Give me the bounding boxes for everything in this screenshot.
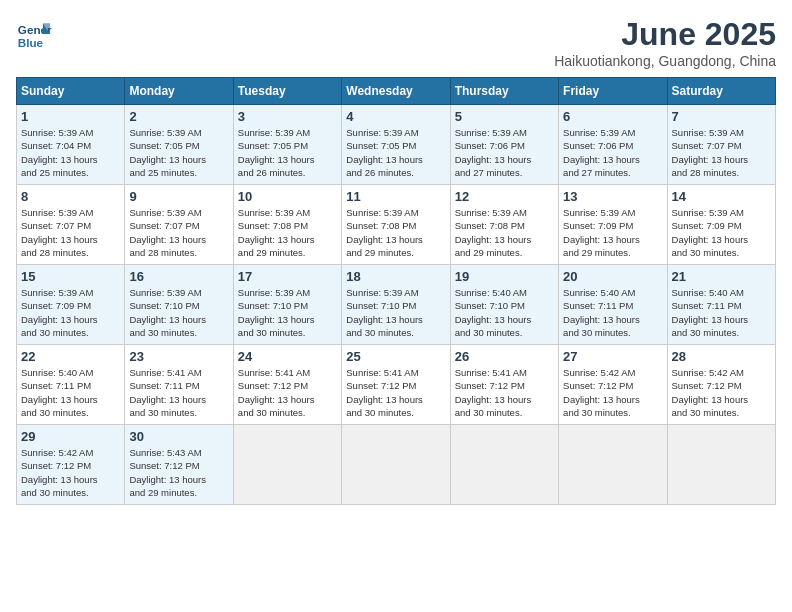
day-info: Sunrise: 5:43 AM Sunset: 7:12 PM Dayligh…: [129, 446, 228, 499]
calendar-week-row: 22Sunrise: 5:40 AM Sunset: 7:11 PM Dayli…: [17, 345, 776, 425]
calendar-cell: 25Sunrise: 5:41 AM Sunset: 7:12 PM Dayli…: [342, 345, 450, 425]
day-info: Sunrise: 5:39 AM Sunset: 7:05 PM Dayligh…: [129, 126, 228, 179]
calendar-cell: 17Sunrise: 5:39 AM Sunset: 7:10 PM Dayli…: [233, 265, 341, 345]
day-info: Sunrise: 5:39 AM Sunset: 7:07 PM Dayligh…: [129, 206, 228, 259]
calendar-cell: 4Sunrise: 5:39 AM Sunset: 7:05 PM Daylig…: [342, 105, 450, 185]
day-number: 30: [129, 429, 228, 444]
day-number: 2: [129, 109, 228, 124]
calendar-cell: [233, 425, 341, 505]
calendar-cell: [450, 425, 558, 505]
header-row: SundayMondayTuesdayWednesdayThursdayFrid…: [17, 78, 776, 105]
calendar-cell: 8Sunrise: 5:39 AM Sunset: 7:07 PM Daylig…: [17, 185, 125, 265]
day-info: Sunrise: 5:40 AM Sunset: 7:11 PM Dayligh…: [21, 366, 120, 419]
calendar-header: SundayMondayTuesdayWednesdayThursdayFrid…: [17, 78, 776, 105]
weekday-header: Saturday: [667, 78, 775, 105]
calendar-cell: 7Sunrise: 5:39 AM Sunset: 7:07 PM Daylig…: [667, 105, 775, 185]
calendar-cell: [667, 425, 775, 505]
calendar-cell: [342, 425, 450, 505]
day-number: 26: [455, 349, 554, 364]
day-info: Sunrise: 5:39 AM Sunset: 7:09 PM Dayligh…: [672, 206, 771, 259]
day-number: 16: [129, 269, 228, 284]
day-number: 15: [21, 269, 120, 284]
svg-text:Blue: Blue: [18, 36, 44, 49]
calendar-cell: 19Sunrise: 5:40 AM Sunset: 7:10 PM Dayli…: [450, 265, 558, 345]
calendar-cell: 11Sunrise: 5:39 AM Sunset: 7:08 PM Dayli…: [342, 185, 450, 265]
day-info: Sunrise: 5:40 AM Sunset: 7:10 PM Dayligh…: [455, 286, 554, 339]
day-number: 18: [346, 269, 445, 284]
day-number: 1: [21, 109, 120, 124]
calendar-cell: 14Sunrise: 5:39 AM Sunset: 7:09 PM Dayli…: [667, 185, 775, 265]
calendar-cell: 2Sunrise: 5:39 AM Sunset: 7:05 PM Daylig…: [125, 105, 233, 185]
weekday-header: Tuesday: [233, 78, 341, 105]
day-number: 13: [563, 189, 662, 204]
calendar-cell: 9Sunrise: 5:39 AM Sunset: 7:07 PM Daylig…: [125, 185, 233, 265]
calendar-cell: 6Sunrise: 5:39 AM Sunset: 7:06 PM Daylig…: [559, 105, 667, 185]
calendar-cell: 27Sunrise: 5:42 AM Sunset: 7:12 PM Dayli…: [559, 345, 667, 425]
calendar-cell: 15Sunrise: 5:39 AM Sunset: 7:09 PM Dayli…: [17, 265, 125, 345]
day-number: 27: [563, 349, 662, 364]
calendar-cell: 3Sunrise: 5:39 AM Sunset: 7:05 PM Daylig…: [233, 105, 341, 185]
day-number: 21: [672, 269, 771, 284]
calendar-cell: 16Sunrise: 5:39 AM Sunset: 7:10 PM Dayli…: [125, 265, 233, 345]
day-info: Sunrise: 5:39 AM Sunset: 7:04 PM Dayligh…: [21, 126, 120, 179]
day-number: 11: [346, 189, 445, 204]
day-number: 9: [129, 189, 228, 204]
day-number: 24: [238, 349, 337, 364]
day-number: 22: [21, 349, 120, 364]
day-number: 5: [455, 109, 554, 124]
day-info: Sunrise: 5:39 AM Sunset: 7:08 PM Dayligh…: [238, 206, 337, 259]
calendar-week-row: 8Sunrise: 5:39 AM Sunset: 7:07 PM Daylig…: [17, 185, 776, 265]
day-info: Sunrise: 5:39 AM Sunset: 7:05 PM Dayligh…: [238, 126, 337, 179]
day-number: 20: [563, 269, 662, 284]
calendar-week-row: 1Sunrise: 5:39 AM Sunset: 7:04 PM Daylig…: [17, 105, 776, 185]
calendar-cell: 21Sunrise: 5:40 AM Sunset: 7:11 PM Dayli…: [667, 265, 775, 345]
day-info: Sunrise: 5:39 AM Sunset: 7:06 PM Dayligh…: [563, 126, 662, 179]
day-info: Sunrise: 5:41 AM Sunset: 7:11 PM Dayligh…: [129, 366, 228, 419]
day-info: Sunrise: 5:40 AM Sunset: 7:11 PM Dayligh…: [672, 286, 771, 339]
logo: General Blue: [16, 16, 52, 52]
weekday-header: Sunday: [17, 78, 125, 105]
calendar-cell: 1Sunrise: 5:39 AM Sunset: 7:04 PM Daylig…: [17, 105, 125, 185]
calendar-cell: 30Sunrise: 5:43 AM Sunset: 7:12 PM Dayli…: [125, 425, 233, 505]
calendar-week-row: 15Sunrise: 5:39 AM Sunset: 7:09 PM Dayli…: [17, 265, 776, 345]
day-number: 3: [238, 109, 337, 124]
calendar-cell: 23Sunrise: 5:41 AM Sunset: 7:11 PM Dayli…: [125, 345, 233, 425]
day-number: 4: [346, 109, 445, 124]
weekday-header: Monday: [125, 78, 233, 105]
day-number: 14: [672, 189, 771, 204]
logo-icon: General Blue: [16, 16, 52, 52]
day-info: Sunrise: 5:42 AM Sunset: 7:12 PM Dayligh…: [21, 446, 120, 499]
calendar-cell: 18Sunrise: 5:39 AM Sunset: 7:10 PM Dayli…: [342, 265, 450, 345]
day-number: 28: [672, 349, 771, 364]
calendar-cell: 10Sunrise: 5:39 AM Sunset: 7:08 PM Dayli…: [233, 185, 341, 265]
day-number: 8: [21, 189, 120, 204]
day-info: Sunrise: 5:39 AM Sunset: 7:09 PM Dayligh…: [21, 286, 120, 339]
weekday-header: Friday: [559, 78, 667, 105]
title-area: June 2025 Haikuotiankong, Guangdong, Chi…: [554, 16, 776, 69]
day-info: Sunrise: 5:41 AM Sunset: 7:12 PM Dayligh…: [346, 366, 445, 419]
day-info: Sunrise: 5:39 AM Sunset: 7:08 PM Dayligh…: [346, 206, 445, 259]
day-info: Sunrise: 5:42 AM Sunset: 7:12 PM Dayligh…: [563, 366, 662, 419]
calendar-cell: 13Sunrise: 5:39 AM Sunset: 7:09 PM Dayli…: [559, 185, 667, 265]
calendar-week-row: 29Sunrise: 5:42 AM Sunset: 7:12 PM Dayli…: [17, 425, 776, 505]
day-info: Sunrise: 5:39 AM Sunset: 7:07 PM Dayligh…: [21, 206, 120, 259]
day-info: Sunrise: 5:41 AM Sunset: 7:12 PM Dayligh…: [238, 366, 337, 419]
day-number: 19: [455, 269, 554, 284]
calendar-cell: [559, 425, 667, 505]
day-info: Sunrise: 5:39 AM Sunset: 7:07 PM Dayligh…: [672, 126, 771, 179]
day-number: 10: [238, 189, 337, 204]
calendar-body: 1Sunrise: 5:39 AM Sunset: 7:04 PM Daylig…: [17, 105, 776, 505]
calendar-cell: 20Sunrise: 5:40 AM Sunset: 7:11 PM Dayli…: [559, 265, 667, 345]
day-number: 17: [238, 269, 337, 284]
calendar-cell: 29Sunrise: 5:42 AM Sunset: 7:12 PM Dayli…: [17, 425, 125, 505]
calendar-table: SundayMondayTuesdayWednesdayThursdayFrid…: [16, 77, 776, 505]
day-info: Sunrise: 5:41 AM Sunset: 7:12 PM Dayligh…: [455, 366, 554, 419]
location-title: Haikuotiankong, Guangdong, China: [554, 53, 776, 69]
calendar-cell: 24Sunrise: 5:41 AM Sunset: 7:12 PM Dayli…: [233, 345, 341, 425]
day-info: Sunrise: 5:39 AM Sunset: 7:10 PM Dayligh…: [238, 286, 337, 339]
day-info: Sunrise: 5:42 AM Sunset: 7:12 PM Dayligh…: [672, 366, 771, 419]
month-title: June 2025: [554, 16, 776, 53]
day-number: 29: [21, 429, 120, 444]
day-info: Sunrise: 5:39 AM Sunset: 7:10 PM Dayligh…: [129, 286, 228, 339]
calendar-cell: 26Sunrise: 5:41 AM Sunset: 7:12 PM Dayli…: [450, 345, 558, 425]
